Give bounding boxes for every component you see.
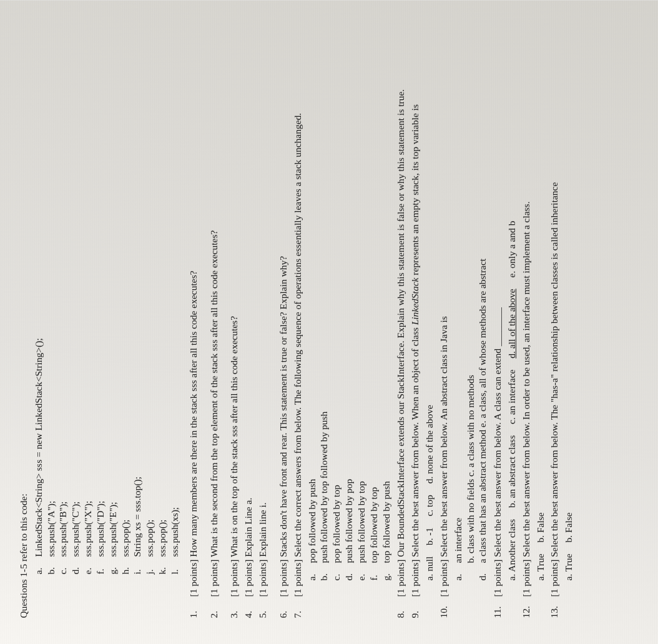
option: d.push followed by pop	[343, 22, 355, 580]
q9-options: a. null b. -1 c. top d. none of the abov…	[423, 22, 436, 580]
code-line: i.String xs = sss.top();	[131, 22, 144, 574]
option: e.push followed by top	[355, 22, 368, 580]
question-9: 9. [1 points] Select the best answer fro…	[409, 22, 421, 618]
code-block: a.LinkedStack<String> sss = new LinkedSt…	[32, 22, 181, 574]
question-4: 4. [1 points] Explain Line a.	[242, 22, 255, 618]
scanned-page: Questions 1-5 refer to this code: a.Link…	[0, 0, 658, 644]
q12-options: a. True b. False	[534, 22, 547, 580]
question-11: 11. [1 points] Select the best answer fr…	[491, 22, 504, 618]
question-8: 8. [1 points] Our BoundedStackInterface …	[395, 22, 407, 618]
question-list-6: 13. [1 points] Select the best answer fr…	[548, 22, 561, 618]
question-7: 7. [1 points] Select the correct answers…	[292, 22, 304, 618]
option: f.top followed by top	[368, 22, 380, 580]
code-line: k.sss.pop();	[156, 22, 169, 574]
code-line: h.sss.pop();	[119, 22, 132, 574]
option: a.an interface	[452, 22, 464, 580]
question-3: 3. [1 points] What is on the top of the …	[228, 22, 240, 618]
code-line: a.LinkedStack<String> sss = new LinkedSt…	[32, 22, 45, 574]
question-list: 1. [1 points] How many members are there…	[187, 22, 304, 618]
code-line: b.sss.push("A");	[45, 22, 57, 574]
question-list-3: 10. [1 points] Select the best answer fr…	[438, 22, 450, 618]
q13-options: a. True b. False	[562, 22, 575, 580]
option: g.top followed by push	[380, 22, 393, 580]
intro-text: Questions 1-5 refer to this code:	[17, 22, 30, 618]
option: d.a class that has an abstract method e.…	[476, 22, 489, 580]
question-13: 13. [1 points] Select the best answer fr…	[548, 22, 561, 618]
option: b. class with no fields c. a class with …	[464, 22, 477, 580]
question-2: 2. [1 points] What is the second from th…	[208, 22, 220, 618]
code-line: l.sss.push(xs);	[169, 22, 181, 574]
question-list-2: 8. [1 points] Our BoundedStackInterface …	[395, 22, 421, 618]
question-5: 5. [1 points] Explain line i.	[257, 22, 269, 618]
option: b.push followed by top followed by push	[318, 22, 330, 580]
q11-options: a. Another class b. an abstract class c.…	[506, 22, 518, 580]
code-line: g.sss.push("E");	[107, 22, 119, 574]
question-list-4: 11. [1 points] Select the best answer fr…	[491, 22, 504, 618]
question-list-5: 12. [1 points] Select the best answer fr…	[520, 22, 533, 618]
code-line: f.sss.push("D");	[94, 22, 107, 574]
code-line: c.sss.push("B");	[57, 22, 69, 574]
q7-options: a.pop followed by push b.push followed b…	[306, 22, 393, 580]
question-6: 6. [1 points] Stacks don't have front an…	[277, 22, 290, 618]
code-line: d.sss.push("C");	[69, 22, 82, 574]
q10-options: a.an interface b. class with no fields c…	[452, 22, 489, 580]
code-line: j.sss.pop();	[144, 22, 156, 574]
option: c.pop followed by top	[330, 22, 343, 580]
code-line: e.sss.push("X");	[82, 22, 94, 574]
question-12: 12. [1 points] Select the best answer fr…	[520, 22, 533, 618]
question-10: 10. [1 points] Select the best answer fr…	[438, 22, 450, 618]
question-1: 1. [1 points] How many members are there…	[187, 22, 200, 618]
option: a.pop followed by push	[306, 22, 318, 580]
